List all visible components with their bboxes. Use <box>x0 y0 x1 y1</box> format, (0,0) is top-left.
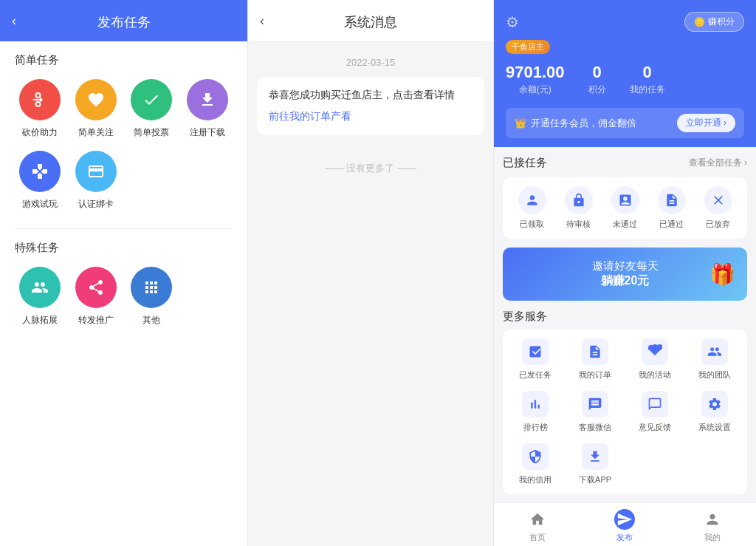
service-my-activities[interactable]: 我的活动 <box>628 338 682 381</box>
no-more-label: —— 没有更多了 —— <box>248 144 493 193</box>
task-label-register: 注册下载 <box>190 126 225 139</box>
points-label: 积分 <box>588 83 606 96</box>
earn-points-button[interactable]: 🪙 赚积分 <box>684 12 744 32</box>
service-label-team: 我的团队 <box>698 369 731 381</box>
accepted-tasks-header: 已接任务 查看全部任务 › <box>503 156 747 170</box>
task-item-vote[interactable]: 简单投票 <box>127 79 177 139</box>
service-icon-wechat <box>582 391 608 417</box>
points-number: 0 <box>592 63 601 82</box>
balance-item: 9701.00 余额(元) <box>506 63 565 96</box>
service-my-team[interactable]: 我的团队 <box>687 338 741 381</box>
vip-badge: 千鱼店主 <box>506 40 550 54</box>
invite-banner[interactable]: 邀请好友每天 躺赚20元 🎁 <box>503 248 747 301</box>
mid-header: ‹ 系统消息 <box>248 0 493 42</box>
status-passed-icon <box>658 186 686 214</box>
coin-icon: 🪙 <box>694 17 705 27</box>
service-credit[interactable]: 我的信用 <box>509 443 563 485</box>
service-icon-published <box>522 338 549 365</box>
invite-line2: 躺赚20元 <box>515 273 735 289</box>
task-label-vote: 简单投票 <box>134 126 169 139</box>
message-date: 2022-03-15 <box>248 42 493 77</box>
right-content: 已接任务 查看全部任务 › 已领取 待审核 未通过 <box>494 147 756 502</box>
simple-section-title: 简单任务 <box>15 53 233 67</box>
service-feedback[interactable]: 意见反馈 <box>628 391 682 433</box>
service-published-tasks[interactable]: 已发任务 <box>509 338 563 381</box>
service-settings[interactable]: 系统设置 <box>687 391 741 433</box>
task-item-share[interactable]: 转发推广 <box>71 267 121 327</box>
status-failed-label: 未通过 <box>613 219 637 230</box>
my-tasks-item: 0 我的任务 <box>630 63 665 96</box>
vip-open-button[interactable]: 立即开通 › <box>677 114 735 132</box>
points-item: 0 积分 <box>588 63 606 96</box>
task-item-cut[interactable]: 砍价助力 <box>15 79 65 139</box>
task-icon-follow <box>75 79 117 120</box>
task-item-follow[interactable]: 简单关注 <box>71 79 121 139</box>
nav-publish[interactable]: 发布 <box>602 509 647 543</box>
nav-mine[interactable]: 我的 <box>690 509 735 543</box>
service-label-download: 下载APP <box>579 474 611 485</box>
message-link[interactable]: 前往我的订单产看 <box>269 110 351 122</box>
task-icon-network <box>19 267 61 308</box>
right-top-header: ⚙ 🪙 赚积分 <box>506 12 744 32</box>
mid-back-button[interactable]: ‹ <box>260 13 264 29</box>
status-pending-label: 待审核 <box>566 219 591 230</box>
task-label-game: 游戏试玩 <box>22 198 58 211</box>
task-item-network[interactable]: 人脉拓展 <box>15 267 65 327</box>
right-top: ⚙ 🪙 赚积分 千鱼店主 9701.00 余额(元) 0 积分 0 我的任务 <box>494 0 756 147</box>
simple-task-grid: 砍价助力 简单关注 简单投票 注册下载 <box>15 79 233 211</box>
nav-home[interactable]: 首页 <box>515 509 560 543</box>
status-passed-label: 已通过 <box>659 219 684 230</box>
left-header: ‹ 发布任务 <box>0 0 247 41</box>
status-failed-icon <box>611 186 639 214</box>
status-received[interactable]: 已领取 <box>518 186 546 230</box>
status-pending[interactable]: 待审核 <box>565 186 593 230</box>
status-abandoned-label: 已放弃 <box>706 219 730 230</box>
service-icon-orders <box>582 338 608 365</box>
message-text: 恭喜您成功购买迁鱼店主，点击查看详情 <box>269 89 472 102</box>
accepted-tasks-title: 已接任务 <box>503 156 547 170</box>
task-item-bind[interactable]: 认证绑卡 <box>71 151 121 211</box>
service-icon-download <box>582 443 608 470</box>
task-item-other[interactable]: 其他 <box>127 267 177 327</box>
invite-line1: 邀请好友每天 <box>515 259 735 273</box>
service-ranking[interactable]: 排行榜 <box>509 391 563 433</box>
message-card: 恭喜您成功购买迁鱼店主，点击查看详情 前往我的订单产看 <box>257 77 484 135</box>
left-back-button[interactable]: ‹ <box>12 13 16 29</box>
bottom-nav: 首页 发布 我的 <box>494 502 756 546</box>
task-item-game[interactable]: 游戏试玩 <box>15 151 65 211</box>
more-services-grid: 已发任务 我的订单 我的活动 <box>503 330 747 494</box>
mid-title: 系统消息 <box>344 15 397 30</box>
service-icon-activities <box>642 338 668 365</box>
service-label-activities: 我的活动 <box>639 369 671 381</box>
mid-content: 2022-03-15 恭喜您成功购买迁鱼店主，点击查看详情 前往我的订单产看 —… <box>248 42 493 546</box>
balance-number: 9701.00 <box>506 63 565 82</box>
status-received-icon <box>518 186 546 214</box>
task-icon-game <box>19 151 61 192</box>
status-passed[interactable]: 已通过 <box>658 186 686 230</box>
crown-icon: 👑 <box>515 117 526 129</box>
service-label-wechat: 客服微信 <box>579 422 611 433</box>
right-panel: ⚙ 🪙 赚积分 千鱼店主 9701.00 余额(元) 0 积分 0 我的任务 <box>494 0 756 546</box>
task-label-network: 人脉拓展 <box>22 314 58 327</box>
service-label-settings: 系统设置 <box>698 422 731 433</box>
special-section-title: 特殊任务 <box>15 241 233 255</box>
section-divider <box>15 228 233 229</box>
service-download-app[interactable]: 下载APP <box>568 443 622 485</box>
status-abandoned-icon <box>704 186 732 214</box>
status-abandoned[interactable]: 已放弃 <box>704 186 732 230</box>
service-my-orders[interactable]: 我的订单 <box>568 338 622 381</box>
balance-row: 9701.00 余额(元) 0 积分 0 我的任务 <box>506 63 744 108</box>
nav-mine-label: 我的 <box>704 532 721 543</box>
settings-icon[interactable]: ⚙ <box>506 13 519 31</box>
task-icon-bind <box>75 151 117 192</box>
service-customer-wechat[interactable]: 客服微信 <box>568 391 622 433</box>
service-icon-feedback <box>642 391 668 417</box>
earn-label: 赚积分 <box>708 16 735 28</box>
task-item-register[interactable]: 注册下载 <box>182 79 233 139</box>
task-label-bind: 认证绑卡 <box>78 198 114 211</box>
service-icon-settings <box>701 391 728 417</box>
status-failed[interactable]: 未通过 <box>611 186 639 230</box>
task-icon-register <box>187 79 228 120</box>
nav-home-label: 首页 <box>529 532 546 543</box>
view-all-link[interactable]: 查看全部任务 › <box>689 157 747 169</box>
